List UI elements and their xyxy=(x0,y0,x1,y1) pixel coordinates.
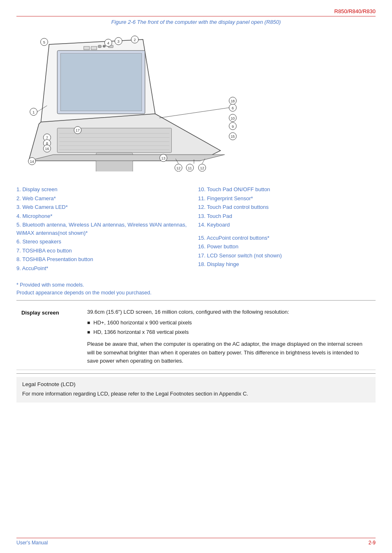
footer-left: User's Manual xyxy=(16,540,48,546)
display-screen-bullets: HD+, 1600 horizontal x 900 vertical pixe… xyxy=(87,319,371,337)
svg-line-29 xyxy=(159,108,229,118)
laptop-diagram: 1 2 3 4 5 6 7 8 10 xyxy=(16,32,376,171)
svg-text:16: 16 xyxy=(45,147,49,151)
diagram-area: 1 2 3 4 5 6 7 8 10 xyxy=(16,32,376,180)
list-item-16: 16. Power button xyxy=(198,243,376,251)
list-item-1: 1. Display screen xyxy=(16,185,194,194)
legal-title: Legal Footnote (LCD) xyxy=(22,381,370,387)
list-left: 1. Display screen 2. Web Camera* 3. Web … xyxy=(16,185,194,273)
list-right: 10. Touch Pad ON/OFF button 11. Fingerpr… xyxy=(198,185,376,273)
svg-rect-4 xyxy=(98,45,101,48)
footnote-line-2: Product appearance depends on the model … xyxy=(16,289,376,297)
list-item-10: 10. Touch Pad ON/OFF button xyxy=(198,185,376,194)
list-item-17: 17. LCD Sensor switch (not shown) xyxy=(198,252,376,260)
list-item-2: 2. Web Camera* xyxy=(16,194,194,203)
svg-text:1: 1 xyxy=(32,110,35,114)
svg-rect-3 xyxy=(91,46,97,50)
list-item-6: 6. Stereo speakers xyxy=(16,238,194,246)
divider-2 xyxy=(16,373,376,374)
list-item-15: 15. AccuPoint control buttons* xyxy=(198,234,376,242)
list-item-14: 14. Keyboard xyxy=(198,221,376,229)
display-screen-row: Display screen 39.6cm (15.6") LCD screen… xyxy=(16,304,376,370)
page-header: R850/R840/R830 xyxy=(16,8,376,16)
svg-text:5: 5 xyxy=(43,40,45,44)
legal-section: Legal Footnote (LCD) For more informatio… xyxy=(16,377,376,403)
svg-rect-5 xyxy=(103,45,106,47)
divider-1 xyxy=(16,300,376,301)
footer-right: 2-9 xyxy=(369,540,376,546)
svg-text:10: 10 xyxy=(231,116,235,120)
display-screen-intro: 39.6cm (15.6") LCD screen, 16 million co… xyxy=(87,308,371,317)
footnote-line-1: * Provided with some models. xyxy=(16,281,376,289)
legal-body: For more information regarding LCD, plea… xyxy=(22,390,370,398)
list-item-12: 12. Touch Pad control buttons xyxy=(198,203,376,211)
page-footer: User's Manual 2-9 xyxy=(16,538,376,546)
page: R850/R840/R830 Figure 2-6 The front of t… xyxy=(0,0,392,553)
svg-text:11: 11 xyxy=(188,166,192,170)
svg-text:12: 12 xyxy=(200,166,204,170)
svg-rect-1 xyxy=(60,53,142,111)
figure-caption: Figure 2-6 The front of the computer wit… xyxy=(16,19,376,25)
svg-text:15: 15 xyxy=(231,134,235,139)
list-item-9: 9. AccuPoint* xyxy=(16,264,194,273)
footnote-area: * Provided with some models. Product app… xyxy=(16,281,376,297)
header-title: R850/R840/R830 xyxy=(334,8,376,14)
list-item-13: 13. Touch Pad xyxy=(198,212,376,220)
specs-table: Display screen 39.6cm (15.6") LCD screen… xyxy=(16,304,376,370)
svg-text:12: 12 xyxy=(176,166,180,170)
svg-text:4: 4 xyxy=(107,41,109,45)
list-item-8: 8. TOSHIBA Presentation button xyxy=(16,255,194,264)
component-lists: 1. Display screen 2. Web Camera* 3. Web … xyxy=(16,184,376,277)
list-item-4: 4. Microphone* xyxy=(16,212,194,220)
svg-text:9: 9 xyxy=(232,125,234,129)
list-item-5: 5. Bluetooth antenna, Wireless LAN anten… xyxy=(16,221,194,237)
list-item-11: 11. Fingerprint Sensor* xyxy=(198,194,376,203)
svg-text:2: 2 xyxy=(134,38,136,42)
svg-text:17: 17 xyxy=(76,128,80,132)
bullet-2: HD, 1366 horizontal x 768 vertical pixel… xyxy=(87,328,371,337)
left-list: 1. Display screen 2. Web Camera* 3. Web … xyxy=(16,185,194,272)
right-list: 10. Touch Pad ON/OFF button 11. Fingerpr… xyxy=(198,185,376,268)
svg-text:18: 18 xyxy=(231,99,235,103)
display-screen-content: 39.6cm (15.6") LCD screen, 16 million co… xyxy=(82,304,376,370)
svg-text:13: 13 xyxy=(161,156,166,160)
svg-rect-2 xyxy=(84,46,90,50)
svg-text:3: 3 xyxy=(118,39,120,44)
display-screen-extra: Please be aware that, when the computer … xyxy=(87,340,371,366)
bullet-1: HD+, 1600 horizontal x 900 vertical pixe… xyxy=(87,319,371,327)
svg-text:6: 6 xyxy=(232,106,234,110)
display-screen-label: Display screen xyxy=(16,304,82,370)
list-item-18: 18. Display hinge xyxy=(198,260,376,268)
list-item-7: 7. TOSHIBA eco button xyxy=(16,247,194,255)
list-item-3: 3. Web Camera LED* xyxy=(16,203,194,211)
svg-text:14: 14 xyxy=(30,160,34,164)
